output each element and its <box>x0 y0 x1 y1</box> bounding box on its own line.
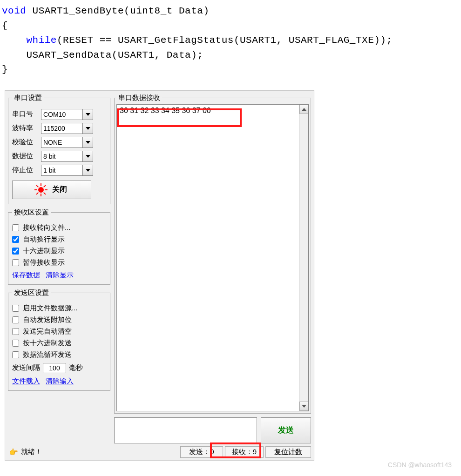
send-button[interactable]: 发送 <box>261 417 311 443</box>
tx-autoclear-label: 发送完自动清空 <box>23 327 72 336</box>
rx-pause-label: 暂停接收显示 <box>23 258 65 267</box>
rx-to-file-checkbox[interactable] <box>12 224 19 231</box>
clear-input-link[interactable]: 清除输入 <box>46 377 74 386</box>
rx-to-file-label: 接收转向文件... <box>23 223 71 232</box>
scroll-up-icon[interactable] <box>299 105 308 114</box>
databits-dropdown-icon[interactable] <box>83 151 93 162</box>
rx-settings-legend: 接收区设置 <box>12 208 51 217</box>
close-button-label: 关闭 <box>52 185 67 194</box>
serial-settings-group: 串口设置 串口号 波特率 校验位 <box>8 94 110 204</box>
parity-select[interactable] <box>41 137 83 148</box>
port-label: 串口号 <box>12 110 38 119</box>
send-button-label: 发送 <box>278 425 294 436</box>
parity-label: 校验位 <box>12 138 38 147</box>
rx-data-legend: 串口数据接收 <box>116 94 162 102</box>
databits-select[interactable] <box>41 151 83 162</box>
tx-settings-group: 发送区设置 启用文件数据源... 自动发送附加位 发送完自动清空 按十六进制发送… <box>8 288 110 391</box>
save-data-link[interactable]: 保存数据 <box>12 271 40 280</box>
baud-label: 波特率 <box>12 124 38 133</box>
tx-autoclear-checkbox[interactable] <box>12 328 19 335</box>
stopbits-dropdown-icon[interactable] <box>83 165 93 176</box>
rx-content: 30 31 32 33 34 35 36 37 00 <box>117 105 299 411</box>
port-select[interactable] <box>41 109 83 120</box>
ready-icon: 👉 <box>9 448 18 456</box>
rx-hex-checkbox[interactable] <box>12 248 19 255</box>
file-load-link[interactable]: 文件载入 <box>12 377 40 386</box>
rx-autowrap-checkbox[interactable] <box>12 236 19 243</box>
reset-count-button[interactable]: 复位计数 <box>265 446 311 458</box>
rx-hex-label: 十六进制显示 <box>23 247 65 255</box>
status-sent: 发送：0 <box>180 446 223 458</box>
baud-select[interactable] <box>41 123 83 134</box>
rx-settings-group: 接收区设置 接收转向文件... 自动换行显示 十六进制显示 暂停接收显示 保存数… <box>8 208 110 285</box>
databits-label: 数据位 <box>12 152 38 161</box>
serial-tool-window: 串口设置 串口号 波特率 校验位 <box>5 90 314 461</box>
rx-scrollbar[interactable] <box>299 105 308 411</box>
rx-autowrap-label: 自动换行显示 <box>23 235 65 244</box>
interval-label: 发送间隔 <box>12 363 40 372</box>
code-snippet: void USART1_SendByte(uint8_t Data) { whi… <box>0 0 461 81</box>
tx-append-checkbox[interactable] <box>12 316 19 323</box>
send-input[interactable] <box>114 417 257 443</box>
tx-usefile-checkbox[interactable] <box>12 305 19 312</box>
clear-display-link[interactable]: 清除显示 <box>46 271 74 280</box>
status-bar: 👉 就绪！ 发送：0 接收：9 复位计数 <box>8 446 311 458</box>
stopbits-select[interactable] <box>41 165 83 176</box>
status-ready: 就绪！ <box>21 448 42 456</box>
rx-data-group: 串口数据接收 30 31 32 33 34 35 36 37 00 <box>114 94 311 414</box>
interval-unit: 毫秒 <box>69 363 83 372</box>
port-dropdown-icon[interactable] <box>83 109 93 120</box>
close-port-button[interactable]: 关闭 <box>12 181 91 199</box>
tx-loop-label: 数据流循环发送 <box>23 350 72 359</box>
interval-input[interactable] <box>43 363 66 373</box>
baud-dropdown-icon[interactable] <box>83 123 93 134</box>
status-recv: 接收：9 <box>225 446 264 458</box>
stopbits-label: 停止位 <box>12 166 38 174</box>
port-open-icon <box>36 185 46 194</box>
scroll-down-icon[interactable] <box>299 402 308 411</box>
tx-hex-checkbox[interactable] <box>12 340 19 347</box>
serial-settings-legend: 串口设置 <box>12 94 44 102</box>
rx-pause-checkbox[interactable] <box>12 259 19 266</box>
tx-settings-legend: 发送区设置 <box>12 288 51 297</box>
rx-textarea[interactable]: 30 31 32 33 34 35 36 37 00 <box>116 104 309 411</box>
tx-hex-label: 按十六进制发送 <box>23 339 72 348</box>
tx-append-label: 自动发送附加位 <box>23 315 72 324</box>
tx-usefile-label: 启用文件数据源... <box>23 304 78 313</box>
parity-dropdown-icon[interactable] <box>83 137 93 148</box>
tx-loop-checkbox[interactable] <box>12 351 19 358</box>
